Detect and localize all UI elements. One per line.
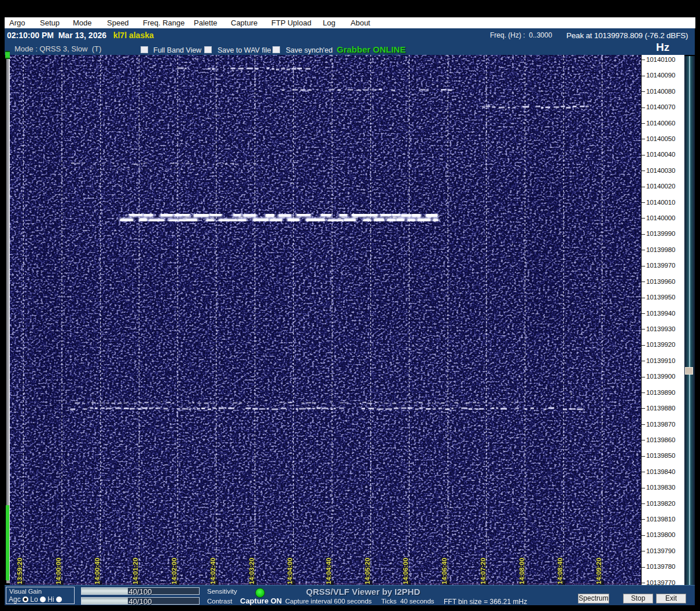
svg-text:14:04:40: 14:04:40 <box>325 558 332 584</box>
svg-text:14:03:20: 14:03:20 <box>248 558 255 584</box>
svg-text:14:01:20: 14:01:20 <box>132 558 139 584</box>
svg-text:14:00:40: 14:00:40 <box>94 558 101 584</box>
svg-text:14:09:20: 14:09:20 <box>595 558 602 584</box>
svg-text:14:00:00: 14:00:00 <box>55 558 62 584</box>
svg-text:14:08:40: 14:08:40 <box>557 558 563 584</box>
svg-text:14:07:20: 14:07:20 <box>480 558 487 584</box>
svg-text:14:06:00: 14:06:00 <box>402 558 409 584</box>
svg-text:14:02:00: 14:02:00 <box>171 558 178 584</box>
svg-text:13:59:20: 13:59:20 <box>16 558 23 584</box>
svg-text:14:06:40: 14:06:40 <box>441 558 448 584</box>
svg-text:14:04:00: 14:04:00 <box>286 558 293 584</box>
svg-text:14:08:00: 14:08:00 <box>518 558 525 584</box>
svg-text:14:05:20: 14:05:20 <box>364 558 371 584</box>
svg-text:14:02:40: 14:02:40 <box>209 558 216 584</box>
